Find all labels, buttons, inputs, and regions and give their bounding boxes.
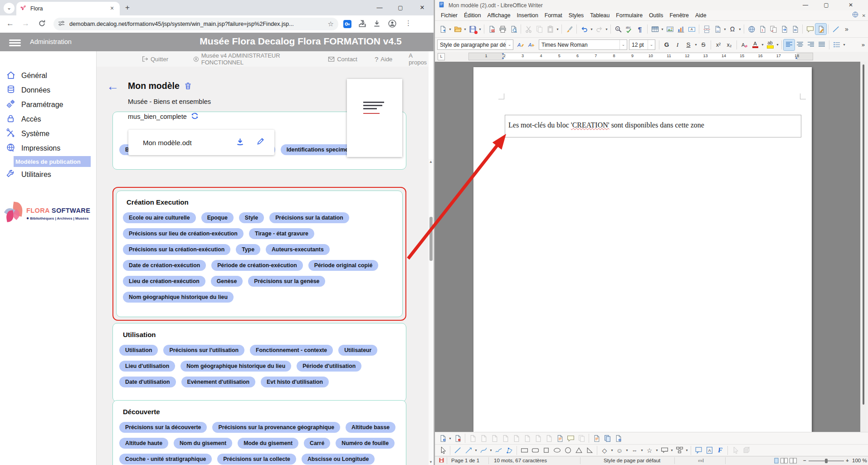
menu-styles[interactable]: Styles [566,12,587,19]
justify-button[interactable] [816,39,827,50]
zoom-slider[interactable] [809,460,844,461]
unsaved-indicator-icon[interactable] [439,457,444,464]
bookmark-star-icon[interactable]: ☆ [328,20,334,28]
insert-line-icon[interactable] [830,24,841,34]
contact-link[interactable]: Contact [328,56,357,63]
redo-dropdown[interactable]: ▾ [605,27,609,31]
subscript-button[interactable]: x₂ [724,39,735,50]
formatting-overflow-icon[interactable]: » [862,41,865,48]
block-arrows-icon[interactable]: ⇔ [629,445,640,456]
right-triangle-icon[interactable] [584,445,595,456]
open-folder-dropdown[interactable]: ▾ [463,27,467,31]
keyword-chip[interactable]: Lieu de création-exécution [123,276,205,287]
underline-button[interactable]: S [683,39,694,50]
sidebar-item-general[interactable]: Général [0,69,97,83]
callouts-dropdown[interactable]: ▾ [670,448,674,452]
stars-icon[interactable]: ☆ [644,445,655,456]
site-settings-icon[interactable] [58,20,65,29]
browser-close-button[interactable]: ✕ [415,2,429,14]
keyword-chip[interactable]: Numéro de fouille [336,438,395,449]
close-document-icon[interactable]: ✕ [862,13,866,18]
keyword-chip[interactable]: Précisions sur l'utilisation [163,345,244,356]
menu-insertion[interactable]: Insertion [514,12,541,19]
keyword-chip[interactable]: Epoque [201,212,234,223]
keyword-chip[interactable]: Evènement d'utilisation [181,377,256,387]
insert-footnote-icon[interactable]: 1 [757,24,768,34]
keyword-chip[interactable]: Précisions sur la genèse [248,276,325,287]
language-globe-icon[interactable] [852,11,858,20]
address-bar[interactable]: demobam.decalog.net/formationv45/jsp/sys… [54,18,338,30]
sidebar-item-impressions[interactable]: Impressions [0,141,97,156]
arrow-shape-dropdown[interactable]: ▾ [474,448,478,452]
insert-table-icon[interactable] [649,24,660,34]
browser-scrollbar[interactable]: ▲ ▼ [429,159,434,465]
menu-fichier[interactable]: Fichier [438,12,461,19]
rectangle-icon[interactable] [519,445,530,456]
keyword-chip[interactable]: Nom géographique historique du lieu [123,292,234,303]
highlight-color-button[interactable]: ab [765,39,775,50]
template-file-card[interactable]: Mon modèle.odt [128,130,274,155]
document-thumbnail[interactable] [347,79,402,157]
keyword-chip[interactable]: Nom géographique historique du lieu [180,361,291,372]
keyword-chip[interactable]: Mode du gisement [238,438,298,449]
flowchart-icon[interactable] [674,445,685,456]
keyword-chip[interactable]: Carré [304,438,330,449]
doc-colored-icon[interactable] [554,433,565,444]
forward-arrow-icon[interactable]: → [22,19,29,28]
status-word-count[interactable]: 10 mots, 67 caractères [494,458,547,463]
insert-hyperlink-icon[interactable] [746,24,757,34]
square-icon[interactable] [541,445,551,456]
print-preview-icon[interactable] [508,24,519,34]
basic-shapes-dropdown[interactable]: ▾ [610,448,614,452]
right-indent-marker[interactable]: ▲ [795,56,798,60]
line-icon[interactable] [452,445,463,456]
strikethrough-button[interactable]: S [698,39,709,50]
paragraph-style-combo[interactable]: Style de paragraphe par déf⌄ [437,39,513,50]
keyword-chip[interactable]: Date d'utilisation [119,377,176,387]
browser-maximize-button[interactable]: ▢ [394,2,407,14]
document-text-frame[interactable]: Les mot-clés du bloc 'CREATION' sont dis… [505,115,801,137]
zoom-out-button[interactable]: − [803,458,806,463]
scrollbar-thumb[interactable] [429,217,433,261]
doc-colored-icon[interactable] [591,433,602,444]
keyword-chip[interactable]: Genèse [211,276,243,287]
doc-gear-icon[interactable] [437,433,448,444]
open-folder-icon[interactable] [452,24,463,34]
back-button[interactable]: ← [107,79,119,93]
doc-gear-dropdown[interactable]: ▾ [448,436,452,441]
keyword-chip[interactable]: Type [236,244,260,255]
select-icon[interactable] [437,445,448,456]
align-center-button[interactable] [795,39,805,50]
keyword-chip[interactable]: Abscisse ou Longitude [302,454,375,465]
document-page[interactable]: Les mot-clés du bloc 'CREATION' sont dis… [473,67,812,432]
quit-link[interactable]: Quitter [142,56,168,63]
keyword-chip[interactable]: Altitude haute [119,438,168,449]
edit-pencil-icon[interactable] [256,137,264,147]
triangle-icon[interactable] [573,445,584,456]
italic-button[interactable]: I [672,39,683,50]
menu-affichage[interactable]: Affichage [484,12,514,19]
keyword-chip[interactable]: Utilisation [119,345,158,356]
insert-text-box-icon[interactable]: A [686,24,697,34]
vertical-callout-icon[interactable] [693,445,704,456]
writer-minimize-button[interactable]: — [798,0,813,10]
menu-édition[interactable]: Édition [461,12,484,19]
sidebar-item-acces[interactable]: Accès [0,112,97,127]
menu-format[interactable]: Format [541,12,566,19]
reload-icon[interactable] [38,20,46,29]
keyword-chip[interactable]: Identifications specimen [281,144,358,155]
extensions-puzzle-icon[interactable] [358,20,366,30]
writer-vertical-scrollbar[interactable] [860,62,867,432]
paste-dropdown[interactable]: ▾ [556,27,560,31]
menu-formulaire[interactable]: Formulaire [613,12,646,19]
font-name-combo[interactable]: Times New Roman⌄ [539,39,627,50]
insert-mode-icon[interactable]: ▭I [698,458,704,463]
sidebar-item-systeme[interactable]: Système [0,127,97,141]
new-style-icon[interactable]: A [526,39,537,50]
insert-chart-icon[interactable] [675,24,686,34]
writer-close-button[interactable]: ✕ [843,0,858,10]
about-link[interactable]: A propos [409,52,429,66]
sidebar-item-utilitaires[interactable]: Utilitaires [0,167,97,182]
keyword-chip[interactable]: Couche - unité stratigraphique [119,454,212,465]
back-arrow-icon[interactable]: ← [6,19,14,28]
